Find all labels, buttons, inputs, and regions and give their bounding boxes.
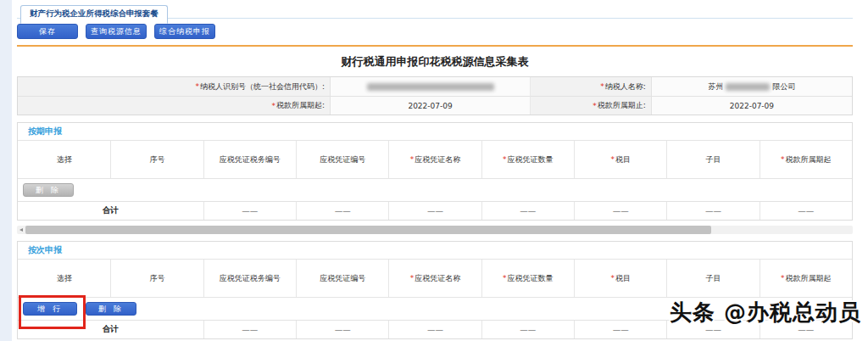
redacted-taxpayer-name	[726, 83, 770, 91]
column-header-8: *税款所属期起	[760, 141, 852, 178]
section-periodic-filing: 按期申报 选择序号应税凭证税务编号应税凭证编号*应税凭证名称*应税凭证数量*税目…	[17, 122, 853, 221]
scroll-left-arrow-icon[interactable]	[19, 228, 23, 232]
toolbar: 保存 查询税源信息 综合纳税申报	[17, 24, 853, 41]
total-empty-cell: ——	[574, 202, 666, 220]
periodic-button-row: 删 除	[18, 179, 852, 201]
total-empty-cell: ——	[666, 202, 759, 220]
column-header-5: *应税凭证数量	[481, 141, 574, 178]
periodic-total-row: 合计——————————————	[18, 201, 852, 220]
column-header-2: 应税凭证税务编号	[203, 260, 296, 297]
total-empty-cell: ——	[296, 321, 388, 338]
taxpayer-name-prefix: 苏州	[708, 81, 723, 92]
tab-bar: 财产行为税企业所得税综合申报套餐	[17, 0, 853, 19]
period-start-label-text: 税款所属期起:	[276, 100, 325, 111]
period-start-label: * 税款所属期起:	[18, 96, 331, 115]
total-empty-cell: ——	[296, 202, 388, 220]
required-asterisk: *	[410, 274, 415, 282]
column-header-3: 应税凭证编号	[296, 141, 388, 178]
required-asterisk: *	[610, 274, 615, 282]
stamp-tax-source-collection-page: 财产行为税企业所得税综合申报套餐 保存 查询税源信息 综合纳税申报 财行税通用申…	[0, 0, 868, 341]
periodic-table-header: 选择序号应税凭证税务编号应税凭证编号*应税凭证名称*应税凭证数量*税目子目*税款…	[18, 141, 852, 179]
save-button[interactable]: 保存	[17, 24, 78, 39]
column-header-0: 选择	[18, 141, 110, 178]
column-header-6: *税目	[574, 260, 666, 297]
column-header-3: 应税凭证编号	[296, 260, 388, 297]
taxpayer-id-label: * 纳税人识别号（统一社会信用代码）:	[18, 77, 331, 96]
required-asterisk: *	[503, 155, 507, 164]
total-empty-cell: ——	[481, 202, 574, 220]
total-empty-cell: ——	[574, 321, 666, 338]
column-header-0: 选择	[18, 260, 110, 297]
total-label: 合计	[18, 202, 203, 220]
required-asterisk: *	[781, 155, 785, 164]
taxpayer-name-suffix: 限公司	[772, 81, 795, 92]
column-header-4: *应税凭证名称	[388, 260, 481, 297]
total-empty-cell: ——	[388, 202, 481, 220]
orange-divider	[17, 45, 853, 47]
column-header-4: *应税凭证名称	[388, 141, 481, 178]
period-end-value[interactable]: 2022-07-09	[652, 96, 852, 115]
left-margin-strip	[0, 0, 12, 341]
total-empty-cell: ——	[481, 321, 574, 338]
section-per-occurrence-title: 按次申报	[18, 242, 852, 260]
section-periodic-title: 按期申报	[18, 123, 852, 141]
comprehensive-filing-button[interactable]: 综合纳税申报	[154, 24, 215, 39]
required-asterisk: *	[503, 274, 507, 282]
column-header-2: 应税凭证税务编号	[203, 141, 296, 178]
column-header-6: *税目	[574, 141, 666, 178]
periodic-horizontal-scrollbar[interactable]	[17, 226, 853, 234]
taxpayer-name-value: 苏州 限公司	[652, 77, 852, 96]
taxpayer-name-label: * 纳税人名称:	[531, 77, 652, 96]
column-header-8: *税款所属期起	[760, 260, 852, 297]
main-content: 财产行为税企业所得税综合申报套餐 保存 查询税源信息 综合纳税申报 财行税通用申…	[12, 0, 868, 341]
query-tax-source-button[interactable]: 查询税源信息	[86, 24, 147, 39]
required-asterisk: *	[610, 155, 615, 164]
required-asterisk: *	[600, 82, 604, 91]
column-header-7: 子目	[666, 141, 759, 178]
required-asterisk: *	[195, 82, 199, 91]
taxpayer-info-form: * 纳税人识别号（统一社会信用代码）: * 纳税人名称: 苏州 限公司 * 税款…	[17, 76, 853, 115]
tab-comprehensive-filing-package[interactable]: 财产行为税企业所得税综合申报套餐	[20, 5, 168, 24]
taxpayer-id-label-text: 纳税人识别号（统一社会信用代码）:	[200, 81, 325, 92]
add-row-annotation-wrap: 增 行	[23, 302, 77, 316]
page-title: 财行税通用申报印花税税源信息采集表	[17, 54, 853, 70]
watermark-text: 头条 @办税总动员	[670, 298, 861, 327]
total-empty-cell: ——	[388, 321, 481, 338]
column-header-1: 序号	[110, 141, 203, 178]
column-header-5: *应税凭证数量	[481, 260, 574, 297]
total-label: 合计	[18, 321, 203, 338]
per-occurrence-table-header: 选择序号应税凭证税务编号应税凭证编号*应税凭证名称*应税凭证数量*税目子目*税款…	[18, 260, 852, 298]
taxpayer-name-label-text: 纳税人名称:	[605, 81, 646, 92]
redacted-taxpayer-id	[367, 83, 494, 91]
periodic-delete-button[interactable]: 删 除	[23, 183, 74, 197]
period-end-label: * 税款所属期止:	[531, 96, 652, 115]
required-asterisk: *	[593, 102, 597, 110]
taxpayer-id-value	[331, 77, 531, 96]
required-asterisk: *	[781, 274, 785, 282]
total-empty-cell: ——	[203, 202, 296, 220]
column-header-7: 子目	[666, 260, 759, 297]
total-empty-cell: ——	[203, 321, 296, 338]
period-end-label-text: 税款所属期止:	[598, 100, 646, 111]
total-empty-cell: ——	[760, 202, 852, 220]
column-header-1: 序号	[110, 260, 203, 297]
add-row-button[interactable]: 增 行	[23, 302, 77, 316]
per-occurrence-delete-button[interactable]: 删 除	[86, 302, 136, 316]
scrollbar-thumb[interactable]	[25, 226, 711, 234]
required-asterisk: *	[271, 102, 275, 110]
period-start-value[interactable]: 2022-07-09	[331, 96, 531, 115]
required-asterisk: *	[410, 155, 415, 164]
